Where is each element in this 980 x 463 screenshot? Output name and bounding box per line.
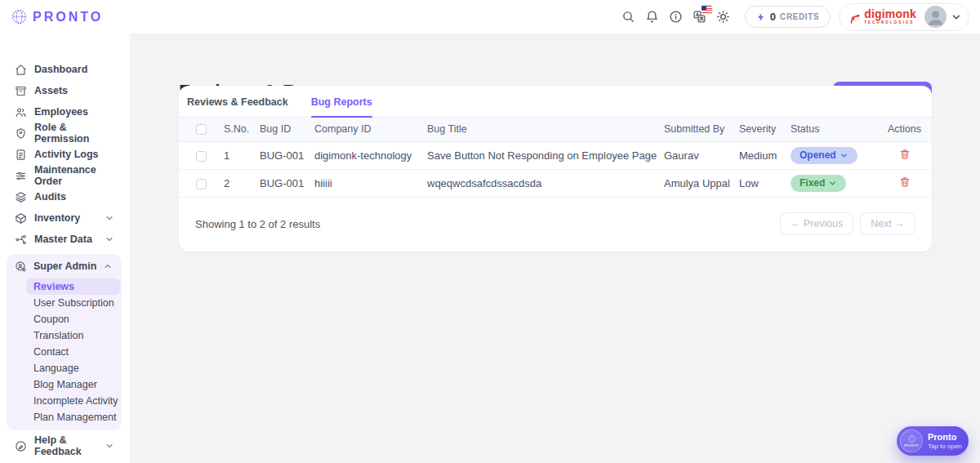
sidebar-subitem-incomplete-activity[interactable]: Incomplete Activity <box>26 393 120 409</box>
bell-icon[interactable] <box>645 10 659 24</box>
tab-bug-reports[interactable]: Bug Reports <box>311 96 372 117</box>
sidebar-subitem-label: Contact <box>33 346 69 358</box>
results-summary: Showing 1 to 2 of 2 results <box>195 218 320 230</box>
digimonk-logo: digimonk TECHNOLOGIES <box>849 8 916 25</box>
sidebar-subitem-label: Plan Management <box>33 412 116 423</box>
globe-logo-icon <box>11 8 28 25</box>
chevron-down-icon <box>828 179 837 188</box>
shield-icon <box>15 127 27 140</box>
credits-badge[interactable]: 0 CREDITS <box>745 6 831 28</box>
sidebar-item-dashboard[interactable]: Dashboard <box>0 59 130 80</box>
cell-actions <box>888 141 932 169</box>
sidebar-subitem-user-subscription[interactable]: User Subscription <box>26 295 120 311</box>
sidebar-item-employees[interactable]: Employees <box>0 101 130 122</box>
sidebar-item-label: Inventory <box>34 212 80 224</box>
sidebar-item-activity-logs[interactable]: Activity Logs <box>0 144 130 165</box>
pronto-chat-widget[interactable]: PRONTO Pronto Tap to open <box>897 426 969 456</box>
chat-subtitle: Tap to open <box>928 443 962 451</box>
credits-label: CREDITS <box>780 12 819 21</box>
sidebar-subitem-label: Reviews <box>33 281 74 292</box>
sidebar-subitem-language[interactable]: Language <box>26 360 120 376</box>
card-footer: Showing 1 to 2 of 2 results ← Previous N… <box>179 198 932 251</box>
sidebar-item-role-permission[interactable]: Role & Permission <box>0 122 130 144</box>
bug-reports-card: Reviews & Feedback Bug Reports S.No. Bug… <box>179 86 932 252</box>
column-header-bug-id: Bug ID <box>260 118 314 141</box>
sidebar-item-label: Activity Logs <box>34 149 99 160</box>
sidebar-subitem-label: User Subscription <box>33 297 114 309</box>
cell-sno: 2 <box>224 169 260 197</box>
previous-button[interactable]: ← Previous <box>780 212 854 235</box>
column-header-company-id: Company ID <box>314 118 427 141</box>
sidebar-subitem-label: Translation <box>33 330 83 341</box>
row-checkbox[interactable] <box>196 151 207 162</box>
chevron-down-icon <box>105 441 114 451</box>
chevron-up-icon <box>103 261 113 271</box>
layers-icon <box>15 191 27 203</box>
cell-company-id: hiiiii <box>314 169 427 197</box>
chevron-down-icon <box>105 213 114 223</box>
sidebar-item-label: Maintenance Order <box>34 164 114 187</box>
user-admin-icon <box>15 260 27 273</box>
cell-actions <box>888 169 932 197</box>
cell-submitted-by: Gaurav <box>664 141 739 169</box>
home-icon <box>15 64 27 76</box>
status-label: Opened <box>800 149 836 161</box>
credits-count: 0 <box>770 11 776 23</box>
chat-title: Pronto <box>928 432 962 443</box>
logo-text: PRONTO <box>33 10 103 24</box>
column-header-actions: Actions <box>888 118 932 141</box>
row-checkbox[interactable] <box>196 179 207 189</box>
cell-bug-title: Save Button Not Responding on Employee P… <box>427 141 664 169</box>
sidebar-subitem-label: Language <box>33 363 79 374</box>
next-button[interactable]: Next → <box>860 212 915 235</box>
cell-submitted-by: Amulya Uppal <box>664 169 739 197</box>
chevron-down-icon <box>951 11 962 23</box>
column-header-status: Status <box>791 118 888 141</box>
pronto-logo[interactable]: PRONTO <box>11 8 103 25</box>
sidebar-item-master-data[interactable]: Master Data <box>0 229 130 250</box>
sidebar-item-label: Master Data <box>34 234 92 245</box>
package-icon <box>15 212 27 225</box>
sidebar-item-audits[interactable]: Audits <box>0 186 130 207</box>
sidebar-subitem-translation[interactable]: Translation <box>26 327 120 344</box>
topbar: PRONTO 0 CREDITS <box>0 0 980 33</box>
sidebar-item-inventory[interactable]: Inventory <box>0 207 130 229</box>
sidebar-item-help-feedback[interactable]: Help & Feedback <box>0 435 130 456</box>
super-admin-section: Super Admin Reviews User Subscription Co… <box>7 254 122 430</box>
cell-severity: Low <box>739 169 791 197</box>
sidebar: Dashboard Assets Employees Role & Permis… <box>0 33 130 463</box>
sidebar-subitem-coupon[interactable]: Coupon <box>26 311 120 327</box>
select-all-checkbox[interactable] <box>196 124 207 135</box>
theme-sun-icon[interactable] <box>716 10 730 24</box>
delete-button[interactable] <box>899 148 911 160</box>
sidebar-item-label: Help & Feedback <box>34 434 105 457</box>
translate-icon[interactable] <box>693 10 706 24</box>
delete-button[interactable] <box>899 176 911 188</box>
cell-sno: 1 <box>224 141 260 169</box>
sidebar-subitem-contact[interactable]: Contact <box>26 344 120 360</box>
tab-reviews-feedback[interactable]: Reviews & Feedback <box>187 96 288 117</box>
us-flag-badge <box>702 6 712 13</box>
status-dropdown[interactable]: Opened <box>791 147 858 164</box>
column-header-sno: S.No. <box>224 118 260 141</box>
cell-status: Opened <box>791 141 888 169</box>
sidebar-subitem-blog-manager[interactable]: Blog Manager <box>26 376 120 393</box>
bug-table: S.No. Bug ID Company ID Bug Title Submit… <box>179 118 932 198</box>
sidebar-item-assets[interactable]: Assets <box>0 80 130 101</box>
sidebar-subitem-plan-management[interactable]: Plan Management <box>26 409 120 425</box>
sidebar-item-super-admin[interactable]: Super Admin <box>7 254 122 278</box>
sidebar-item-label: Assets <box>34 85 68 96</box>
archive-icon <box>15 85 27 97</box>
sidebar-subitem-reviews[interactable]: Reviews <box>26 278 120 295</box>
avatar <box>924 6 947 28</box>
info-icon[interactable] <box>669 10 683 24</box>
sidebar-subitem-label: Coupon <box>33 314 69 325</box>
sidebar-item-maintenance-order[interactable]: Maintenance Order <box>0 165 130 186</box>
sidebar-subitem-label: Blog Manager <box>33 379 97 390</box>
status-dropdown[interactable]: Fixed <box>791 175 846 192</box>
brand-name: digimonk <box>864 8 916 20</box>
table-row: 1 BUG-001 digimonk-technology Save Butto… <box>179 141 932 169</box>
account-menu[interactable]: digimonk TECHNOLOGIES <box>839 3 969 31</box>
bug-table-body: 1 BUG-001 digimonk-technology Save Butto… <box>179 141 932 197</box>
search-icon[interactable] <box>621 10 635 24</box>
